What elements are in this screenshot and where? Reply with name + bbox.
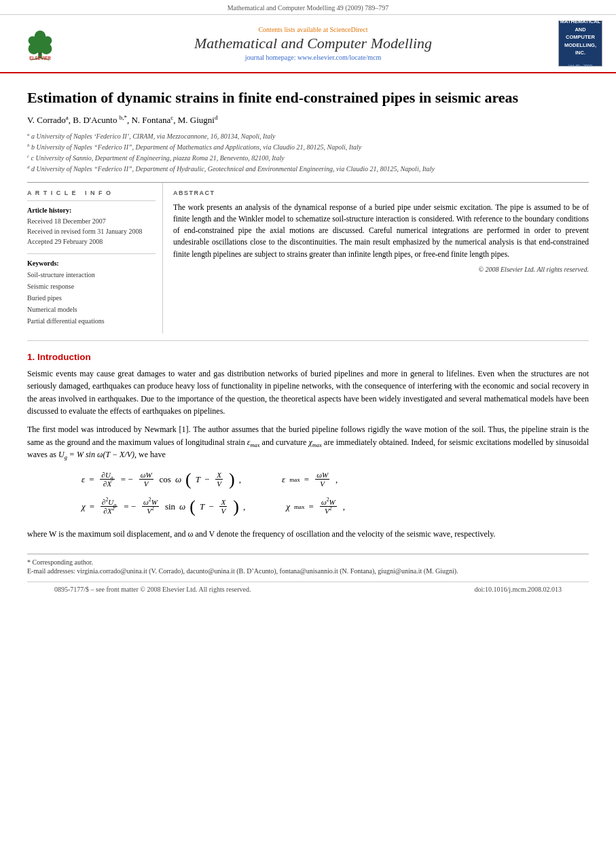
svg-point-7 — [29, 36, 37, 45]
keyword-3: Buried pipes — [27, 292, 156, 304]
affiliation-a: a a University of Naples ‘Federico II’, … — [27, 131, 589, 141]
article-title: Estimation of dynamic strains in finite … — [27, 88, 589, 108]
article-info-abstract: A R T I C L E I N F O Article history: R… — [27, 182, 589, 334]
eq2-rhs: χmax = ω2W V2 , — [286, 498, 345, 515]
keywords-label: Keywords: — [27, 260, 156, 267]
email-addresses-note: E-mail addresses: virginia.corrado@unina… — [27, 567, 589, 575]
article-history-label: Article history: — [27, 207, 156, 214]
section1-para2: The first model was introduced by Newmar… — [27, 423, 589, 461]
revised-date: Received in revised form 31 January 2008 — [27, 226, 156, 236]
journal-center-info: Contents lists available at ScienceDirec… — [75, 26, 551, 61]
authors-line: V. Corradoa, B. D'Acunto b,*, N. Fontana… — [27, 115, 589, 126]
section1-heading: 1. Introduction — [27, 352, 589, 362]
x-v-fraction-2: X V — [219, 498, 227, 515]
sciencedirect-link-text[interactable]: ScienceDirect — [329, 26, 367, 33]
journal-title: Mathematical and Computer Modelling — [75, 35, 551, 52]
ug-equation-inline: Ug = W sin ω(T − X/V) — [58, 450, 134, 459]
section1-para1: Seismic events may cause great damages t… — [27, 368, 589, 418]
introduced-word: introduced — [96, 425, 131, 434]
affiliation-b: b b University of Naples “Federico II”, … — [27, 142, 589, 152]
equation-row-2: χ = ∂2Ug ∂X2 = − ω2W V2 sin ω ( T − X — [81, 498, 345, 516]
cover-line-3: MODELLING, INC. — [563, 42, 598, 56]
keyword-5: Partial differential equations — [27, 315, 156, 327]
article-info-heading: A R T I C L E I N F O — [27, 190, 156, 196]
keywords-list: Soil-structure interaction Seismic respo… — [27, 269, 156, 327]
svg-point-9 — [39, 52, 41, 55]
corresponding-author-note: * Corresponding author. — [27, 558, 589, 566]
svg-text:ELSEVIER: ELSEVIER — [29, 56, 51, 60]
omega2-w-v2-fraction: ω2W V2 — [142, 498, 159, 515]
journal-cover-image: MATHEMATICAL AND COMPUTER MODELLING, INC… — [558, 20, 602, 67]
abstract-col: ABSTRACT The work presents an analysis o… — [163, 183, 589, 334]
bottom-bar: 0895-7177/$ – see front matter © 2008 El… — [27, 581, 589, 596]
elsevier-tree-icon: ELSEVIER — [14, 24, 67, 61]
paren-open-1: ( — [185, 471, 192, 488]
affiliations-block: a a University of Naples ‘Federico II’, … — [27, 131, 589, 174]
omega-w-v-fraction: ωW V — [139, 471, 153, 488]
article-info-col: A R T I C L E I N F O Article history: R… — [27, 183, 163, 334]
journal-header: ELSEVIER Contents lists available at Sci… — [0, 15, 616, 73]
accepted-date: Accepted 29 February 2008 — [27, 236, 156, 247]
paren-open-2: ( — [189, 498, 196, 516]
journal-citation: Mathematical and Computer Modelling 49 (… — [228, 4, 389, 12]
omega-w-v-fraction-2: ωW V — [315, 471, 329, 488]
paren-close-2: ) — [233, 498, 239, 516]
equations-block: ε = ∂Ug ∂X = − ωW V cos ω ( T − X — [27, 471, 589, 518]
chi-max-symbol: χmax — [309, 437, 322, 447]
cover-line-1: MATHEMATICAL — [560, 18, 600, 26]
partial2-ug-x2-fraction: ∂2Ug ∂X2 — [101, 498, 117, 515]
abstract-text: The work presents an analysis of the dyn… — [173, 202, 589, 260]
abstract-heading: ABSTRACT — [173, 190, 589, 196]
keyword-2: Seismic response — [27, 281, 156, 292]
section1-para3: where W is the maximum soil displacement… — [27, 528, 589, 541]
homepage-link[interactable]: www.elsevier.com/locate/mcm — [297, 54, 381, 61]
page: Mathematical and Computer Modelling 49 (… — [0, 0, 616, 841]
keyword-1: Soil-structure interaction — [27, 269, 156, 281]
doi-line: doi:10.1016/j.mcm.2008.02.013 — [474, 586, 562, 593]
x-v-fraction-1: X V — [215, 471, 223, 488]
affiliation-c: c c University of Sannio, Department of … — [27, 153, 589, 163]
sciencedirect-line: Contents lists available at ScienceDirec… — [75, 26, 551, 33]
cover-line-2: AND COMPUTER — [563, 26, 598, 41]
journal-top-bar: Mathematical and Computer Modelling 49 (… — [0, 0, 616, 15]
journal-homepage: journal homepage: www.elsevier.com/locat… — [75, 54, 551, 61]
issn-line: 0895-7177/$ – see front matter © 2008 El… — [54, 586, 251, 593]
eq1-rhs: εmax = ωW V , — [282, 471, 338, 488]
omega2-w-v2-fraction-2: ω2W V2 — [320, 498, 337, 515]
equation-row-1: ε = ∂Ug ∂X = − ωW V cos ω ( T − X — [81, 471, 338, 488]
partial-ug-x-fraction: ∂Ug ∂X — [100, 471, 114, 488]
keyword-4: Numerical models — [27, 304, 156, 315]
elsevier-logo-area: ELSEVIER — [14, 24, 68, 64]
epsilon-max-symbol: εmax — [247, 437, 260, 447]
copyright-line: © 2008 Elsevier Ltd. All rights reserved… — [173, 266, 589, 273]
eq2-lhs: χ = ∂2Ug ∂X2 = − ω2W V2 sin ω ( T − X — [81, 498, 245, 516]
article-content: Estimation of dynamic strains in finite … — [0, 88, 616, 596]
eq1-lhs: ε = ∂Ug ∂X = − ωW V cos ω ( T − X — [81, 471, 241, 488]
footnote-area: * Corresponding author. E-mail addresses… — [27, 554, 589, 575]
affiliation-d: d d University of Naples “Federico II”, … — [27, 164, 589, 174]
paren-close-1: ) — [229, 471, 235, 488]
svg-point-8 — [43, 36, 52, 45]
received-date: Received 18 December 2007 — [27, 216, 156, 226]
